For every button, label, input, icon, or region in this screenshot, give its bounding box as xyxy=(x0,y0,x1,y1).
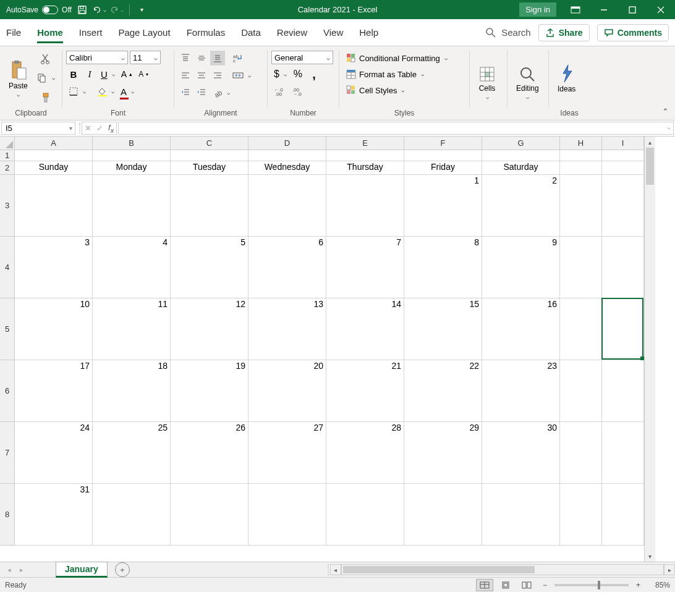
cell-I2[interactable] xyxy=(602,161,644,175)
format-painter-button[interactable] xyxy=(34,90,57,105)
cell-E8[interactable] xyxy=(326,484,404,546)
cell-D2[interactable]: Wednesday xyxy=(248,161,326,175)
zoom-level[interactable]: 85% xyxy=(648,581,670,589)
zoom-slider[interactable] xyxy=(554,584,629,586)
cell-F6[interactable]: 22 xyxy=(404,360,482,422)
cell-H2[interactable] xyxy=(560,161,602,175)
cell-B5[interactable]: 11 xyxy=(93,298,171,360)
cell-F7[interactable]: 29 xyxy=(404,422,482,484)
collapse-ribbon-button[interactable]: ⌃ xyxy=(662,107,669,116)
orientation-button[interactable]: ab xyxy=(210,85,232,100)
cell-C2[interactable]: Tuesday xyxy=(171,161,248,175)
sheet-nav-next-button[interactable]: ▸ xyxy=(16,564,27,575)
scroll-up-button[interactable]: ▴ xyxy=(645,137,655,148)
cell-B1[interactable] xyxy=(93,150,171,161)
cell-A1[interactable] xyxy=(15,150,93,161)
decrease-indent-button[interactable] xyxy=(178,85,193,100)
vertical-scrollbar[interactable]: ▴ ▾ xyxy=(644,137,655,562)
cancel-formula-button[interactable]: ✕ xyxy=(85,124,91,133)
cell-G8[interactable] xyxy=(482,484,560,546)
row-header-2[interactable]: 2 xyxy=(0,161,15,175)
cell-F5[interactable]: 15 xyxy=(404,298,482,360)
cell-G5[interactable]: 16 xyxy=(482,298,560,360)
cell-A5[interactable]: 10 xyxy=(15,298,93,360)
fill-color-button[interactable] xyxy=(95,84,117,99)
cell-I5[interactable] xyxy=(602,298,644,360)
cell-H5[interactable] xyxy=(560,298,602,360)
cell-C3[interactable] xyxy=(171,175,248,237)
cell-D7[interactable]: 27 xyxy=(248,422,326,484)
cell-F3[interactable]: 1 xyxy=(404,175,482,237)
cell-A8[interactable]: 31 xyxy=(15,484,93,546)
column-header-E[interactable]: E xyxy=(326,137,404,150)
cell-C6[interactable]: 19 xyxy=(171,360,248,422)
cell-A2[interactable]: Sunday xyxy=(15,161,93,175)
cell-D6[interactable]: 20 xyxy=(248,360,326,422)
zoom-out-button[interactable]: − xyxy=(539,581,551,589)
align-middle-button[interactable] xyxy=(194,51,209,65)
scroll-down-button[interactable]: ▾ xyxy=(645,551,655,562)
cell-E1[interactable] xyxy=(326,150,404,161)
tell-me-search[interactable]: Search xyxy=(485,27,531,38)
share-button[interactable]: Share xyxy=(538,24,590,41)
cell-A4[interactable]: 3 xyxy=(15,237,93,298)
cell-I7[interactable] xyxy=(602,422,644,484)
cell-G2[interactable]: Saturday xyxy=(482,161,560,175)
cell-C7[interactable]: 26 xyxy=(171,422,248,484)
cell-G7[interactable]: 30 xyxy=(482,422,560,484)
customize-qat-button[interactable]: ▾ xyxy=(135,3,149,17)
column-header-B[interactable]: B xyxy=(93,137,171,150)
tab-page-layout[interactable]: Page Layout xyxy=(118,22,170,43)
tab-home[interactable]: Home xyxy=(37,22,63,43)
cell-C5[interactable]: 12 xyxy=(171,298,248,360)
percent-format-button[interactable]: % xyxy=(291,67,305,82)
paste-button[interactable]: Paste ⌵ xyxy=(4,49,33,108)
column-header-F[interactable]: F xyxy=(404,137,482,150)
cell-A3[interactable] xyxy=(15,175,93,237)
column-header-I[interactable]: I xyxy=(602,137,644,150)
horizontal-scroll-thumb[interactable] xyxy=(343,566,535,573)
tab-formulas[interactable]: Formulas xyxy=(187,22,226,43)
cell-B4[interactable]: 4 xyxy=(93,237,171,298)
decrease-font-button[interactable]: A▾ xyxy=(136,67,151,82)
column-header-G[interactable]: G xyxy=(482,137,560,150)
number-format-select[interactable]: General xyxy=(271,51,333,64)
tab-review[interactable]: Review xyxy=(277,22,307,43)
cell-D8[interactable] xyxy=(248,484,326,546)
cell-D4[interactable]: 6 xyxy=(248,237,326,298)
ribbon-display-options-button[interactable] xyxy=(561,0,590,19)
tab-view[interactable]: View xyxy=(323,22,343,43)
align-right-button[interactable] xyxy=(210,68,225,83)
close-button[interactable] xyxy=(647,0,675,19)
sheet-nav-prev-button[interactable]: ◂ xyxy=(4,564,15,575)
decrease-decimal-button[interactable]: .00→.0 xyxy=(290,84,307,99)
cell-G3[interactable]: 2 xyxy=(482,175,560,237)
row-header-3[interactable]: 3 xyxy=(0,175,15,237)
cell-B8[interactable] xyxy=(93,484,171,546)
sheet-tab-january[interactable]: January xyxy=(56,562,108,578)
underline-button[interactable]: U xyxy=(98,67,117,82)
merge-center-button[interactable] xyxy=(230,68,253,83)
tab-data[interactable]: Data xyxy=(241,22,261,43)
cell-H8[interactable] xyxy=(560,484,602,546)
tab-help[interactable]: Help xyxy=(359,22,378,43)
cell-H6[interactable] xyxy=(560,360,602,422)
cell-I1[interactable] xyxy=(602,150,644,161)
conditional-formatting-button[interactable]: Conditional Formatting xyxy=(343,51,465,65)
cell-H3[interactable] xyxy=(560,175,602,237)
font-color-button[interactable]: A xyxy=(118,84,137,99)
cell-E7[interactable]: 28 xyxy=(326,422,404,484)
cell-I3[interactable] xyxy=(602,175,644,237)
vertical-scroll-thumb[interactable] xyxy=(646,148,654,185)
align-top-button[interactable] xyxy=(178,51,193,65)
cell-F1[interactable] xyxy=(404,150,482,161)
cell-C8[interactable] xyxy=(171,484,248,546)
new-sheet-button[interactable]: + xyxy=(115,562,130,577)
column-header-D[interactable]: D xyxy=(248,137,326,150)
scroll-left-button[interactable]: ◂ xyxy=(330,564,341,575)
increase-decimal-button[interactable]: ←.0.00 xyxy=(271,84,289,99)
cell-C1[interactable] xyxy=(171,150,248,161)
cell-I8[interactable] xyxy=(602,484,644,546)
normal-view-button[interactable] xyxy=(476,579,493,591)
save-icon[interactable] xyxy=(75,3,89,17)
